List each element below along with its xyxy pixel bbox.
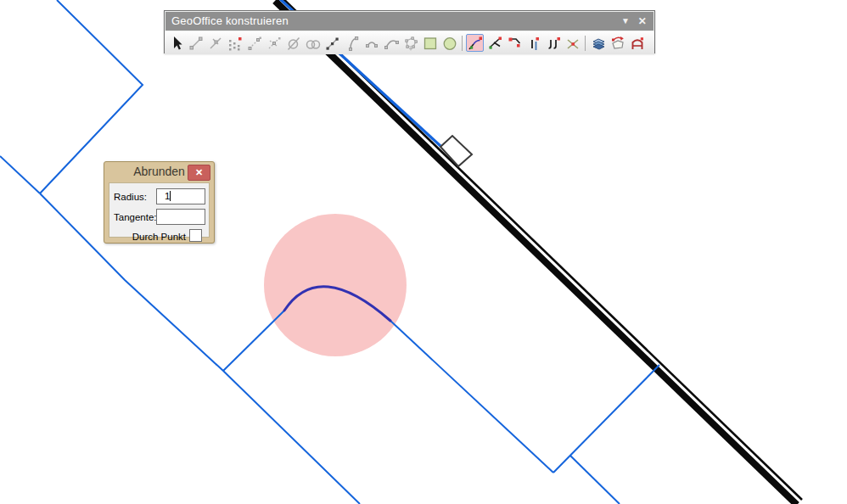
arc-small-icon[interactable] <box>362 34 380 52</box>
toolbar-title: GeoOffice konstruieren <box>171 14 289 27</box>
fillet-round-icon[interactable] <box>466 34 484 52</box>
map-canvas[interactable] <box>0 0 847 504</box>
dotted-star-icon[interactable] <box>265 34 283 52</box>
double-parallel-icon[interactable] <box>544 34 562 52</box>
arc-curve-icon[interactable] <box>382 34 400 52</box>
fillet-trim-icon[interactable] <box>485 34 503 52</box>
parcel-boundary-line <box>390 321 553 473</box>
two-circles-icon[interactable] <box>304 34 322 52</box>
dialog-close-button[interactable]: ✕ <box>188 165 210 181</box>
construct-points-icon[interactable] <box>226 34 244 52</box>
toolbar-title-bar[interactable]: GeoOffice konstruieren ▼ ✕ <box>165 12 653 31</box>
circle-diameter-icon[interactable] <box>284 34 302 52</box>
dialog-body: Radius: 1 Tangente: Durch Punkt <box>109 182 210 238</box>
parcel-boundary-line <box>570 456 620 504</box>
parcel-boundary-line <box>0 156 40 193</box>
parallel-offset-icon[interactable] <box>524 34 542 52</box>
polygon-rotate-icon[interactable] <box>609 34 626 52</box>
toolbar-icon-row <box>165 31 654 54</box>
tangente-label: Tangente: <box>114 212 157 222</box>
durch-punkt-checkbox[interactable] <box>189 229 202 242</box>
dialog-abrunden: Abrunden ✕ Radius: 1 Tangente: Durch Pun… <box>104 161 215 244</box>
application-window: GeoOffice konstruieren ▼ ✕ <box>0 0 847 504</box>
dotted-segment-icon[interactable] <box>245 34 263 52</box>
rectangle-tool-icon[interactable] <box>421 34 439 52</box>
layers-icon[interactable] <box>589 34 607 52</box>
pointer-icon[interactable] <box>167 34 185 52</box>
parcel-boundary-line <box>223 311 284 371</box>
toolbar-menu-button[interactable]: ▼ <box>618 12 633 31</box>
polygon-handles-icon[interactable] <box>401 34 419 52</box>
chamfer-corner-icon[interactable] <box>505 34 523 52</box>
intersect-point-icon[interactable] <box>564 34 581 52</box>
toolbar-separator <box>462 36 463 51</box>
tangente-input[interactable] <box>156 209 205 225</box>
line-intersect-icon[interactable] <box>206 34 224 52</box>
toolbar-separator <box>585 36 586 51</box>
radius-input[interactable]: 1 <box>156 188 205 204</box>
durch-punkt-label: Durch Punkt <box>109 232 186 242</box>
radius-label: Radius: <box>114 192 147 202</box>
line-two-points-icon[interactable] <box>187 34 205 52</box>
fillet-highlight-circle <box>264 214 407 356</box>
polyline-points-icon[interactable] <box>323 34 341 52</box>
bridge-construct-icon[interactable] <box>628 34 646 52</box>
parcel-boundary-line <box>553 365 659 473</box>
toolbar-close-button[interactable]: ✕ <box>636 12 649 31</box>
text-caret <box>170 191 171 201</box>
arc-tangent-icon[interactable] <box>343 34 361 52</box>
toolbar-geooffice-konstruieren: GeoOffice konstruieren ▼ ✕ <box>164 10 655 53</box>
ellipse-tool-icon[interactable] <box>440 34 458 52</box>
